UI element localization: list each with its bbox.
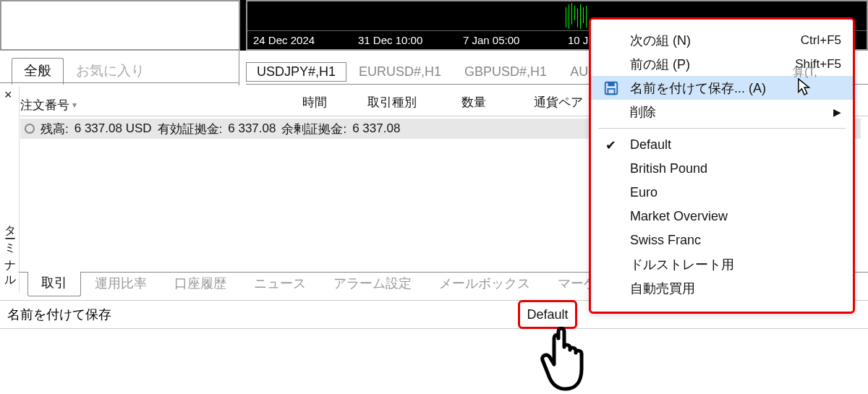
menu-next-set-label: 次の組 (N): [630, 32, 691, 49]
tab-mailbox[interactable]: メールボックス: [425, 272, 544, 296]
tab-trade[interactable]: 取引: [27, 272, 81, 296]
xaxis-tick: 24 Dec 2024: [247, 34, 352, 46]
menu-profile-label: Market Overview: [630, 209, 728, 224]
menu-profile-default[interactable]: ✔ Default: [591, 133, 853, 157]
menu-prev-set-label: 前の組 (P): [630, 56, 690, 73]
sort-asc-icon: ▾: [72, 100, 77, 110]
tab-history[interactable]: 口座履歴: [161, 272, 240, 296]
hand-pointer-icon: [535, 324, 600, 394]
save-icon: [600, 80, 623, 96]
equity-label: 有効証拠金:: [158, 121, 223, 137]
chart-left-edge: [239, 0, 246, 51]
check-icon: ✔: [605, 137, 616, 153]
col-time[interactable]: 時間: [302, 94, 367, 116]
menu-profile-market-overview[interactable]: Market Overview: [591, 205, 853, 228]
divider: [0, 82, 239, 83]
shortcut: Ctrl+F5: [801, 33, 841, 48]
menu-profile-chf[interactable]: Swiss Franc: [591, 228, 853, 252]
chart-tab-usdjpy[interactable]: USDJPY#,H1: [246, 62, 346, 82]
cursor-icon: [797, 77, 813, 98]
menu-profile-label: Swiss Franc: [630, 233, 701, 248]
divider: [239, 51, 239, 85]
tab-general[interactable]: 全般: [12, 58, 64, 85]
menu-profile-usd-straight[interactable]: ドルストレート用: [591, 252, 853, 276]
menu-next-set[interactable]: 次の組 (N) Ctrl+F5: [591, 28, 853, 52]
divider: [598, 128, 846, 129]
tab-ratio[interactable]: 運用比率: [81, 272, 161, 296]
col-qty[interactable]: 数量: [461, 94, 534, 116]
menu-delete-label: 削除: [630, 103, 656, 121]
menu-profile-label: British Pound: [630, 161, 707, 176]
chart-tab-gbpusd[interactable]: GBPUSD#,H1: [454, 62, 558, 82]
tab-news[interactable]: ニュース: [240, 272, 320, 296]
menu-profile-label: Euro: [630, 185, 658, 200]
terminal-label: ターミナル: [2, 217, 17, 283]
divider: [19, 87, 20, 293]
tab-alerts[interactable]: アラーム設定: [320, 272, 425, 296]
col-order-id[interactable]: 注文番号 ▾: [20, 94, 302, 116]
nav-left-panel: [0, 0, 239, 51]
menu-delete[interactable]: 削除 ▶: [591, 100, 853, 124]
chevron-right-icon: ▶: [833, 106, 841, 118]
col-type[interactable]: 取引種別: [367, 94, 461, 116]
free-margin-label: 余剰証拠金:: [281, 121, 346, 137]
svg-rect-1: [608, 82, 614, 86]
balance-value: 6 337.08 USD: [75, 121, 152, 136]
close-icon[interactable]: ×: [4, 88, 19, 103]
xaxis-tick: 7 Jan 05:00: [457, 34, 562, 46]
col-order-id-label: 注文番号: [20, 97, 69, 114]
tab-favorites[interactable]: お気に入り: [64, 58, 157, 85]
menu-profile-label: 自動売買用: [630, 280, 695, 297]
menu-profile-label: ドルストレート用: [630, 256, 734, 273]
context-menu: 次の組 (N) Ctrl+F5 前の組 (P) Shift+F5 名前を付けて保…: [589, 17, 855, 314]
svg-rect-2: [608, 88, 614, 93]
bullet-icon: [25, 124, 35, 134]
menu-save-as-label: 名前を付けて保存... (A): [630, 80, 766, 97]
free-margin-value: 6 337.08: [352, 121, 400, 136]
menu-profile-label: Default: [630, 137, 671, 153]
menu-profile-eur[interactable]: Euro: [591, 181, 853, 205]
equity-value: 6 337.08: [228, 121, 276, 136]
chart-tab-eurusd[interactable]: EURUSD#,H1: [348, 62, 452, 82]
xaxis-tick: 31 Dec 10:00: [352, 34, 457, 46]
balance-label: 残高:: [41, 121, 69, 137]
menu-profile-auto-trade[interactable]: 自動売買用: [591, 276, 853, 300]
menu-profile-gbp[interactable]: British Pound: [591, 157, 853, 181]
